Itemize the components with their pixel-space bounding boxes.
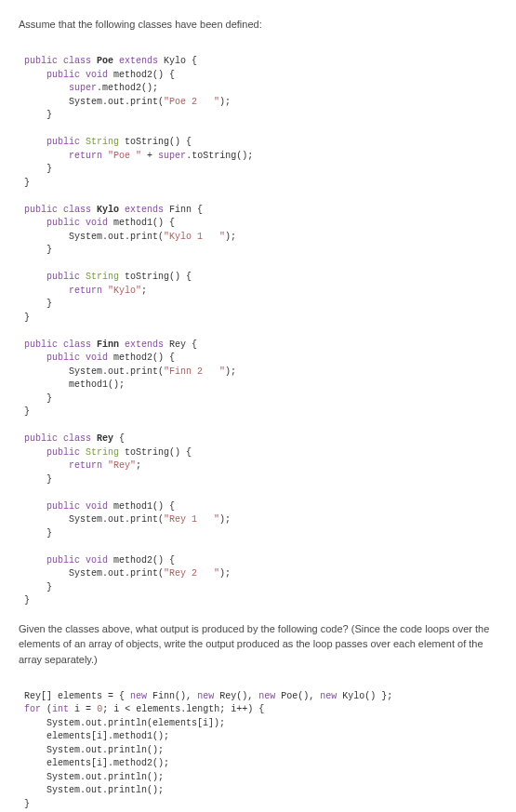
intro-text: Assume that the following classes have b… xyxy=(19,17,497,33)
loop-code: Rey[] elements = { new Finn(), new Rey()… xyxy=(19,676,497,811)
class-definitions-code: public class Poe extends Kylo { public v… xyxy=(19,42,497,608)
question-text: Given the classes above, what output is … xyxy=(19,621,497,668)
